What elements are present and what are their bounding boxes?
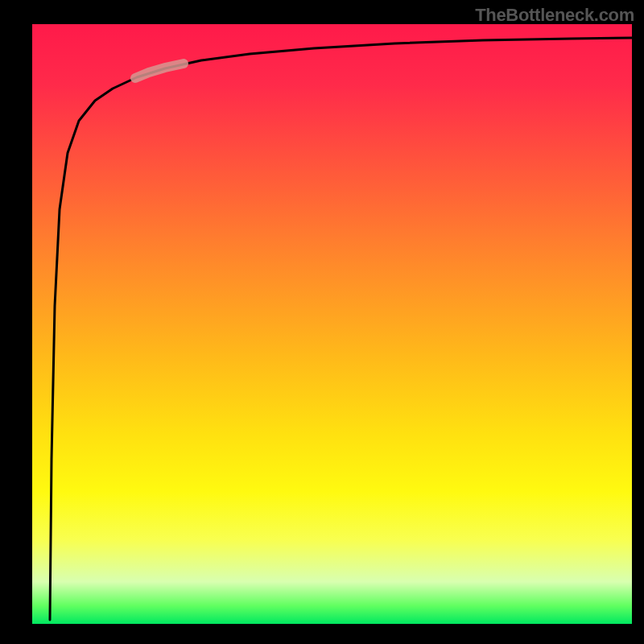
plot-gradient-area	[32, 24, 632, 624]
chart-container: TheBottleneck.com	[0, 0, 644, 644]
watermark-text: TheBottleneck.com	[475, 5, 634, 26]
